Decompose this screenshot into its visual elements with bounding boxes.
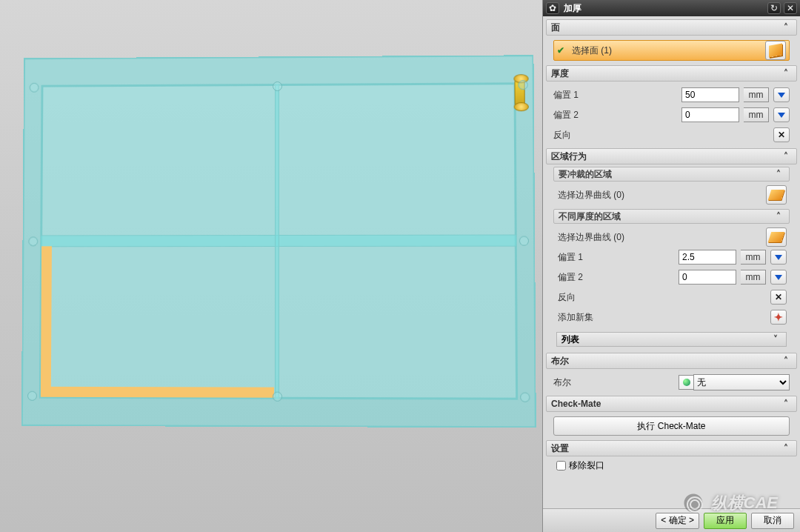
dialog-footer: < 确定 > 应用 取消 xyxy=(543,508,800,532)
diff-offset1-dropdown[interactable] xyxy=(770,250,787,265)
apply-button[interactable]: 应用 xyxy=(704,513,747,529)
offset2-label: 偏置 2 xyxy=(553,109,677,122)
section-boolean-label: 布尔 xyxy=(551,355,569,368)
section-settings[interactable]: 设置 ˄ xyxy=(546,440,797,456)
list-label: 列表 xyxy=(561,333,579,346)
select-curve-button[interactable] xyxy=(766,227,787,247)
select-curve-button[interactable] xyxy=(766,185,787,205)
section-thickness-label: 厚度 xyxy=(551,67,569,80)
diff-reverse-button[interactable]: ✕ xyxy=(770,290,787,305)
chevron-down-icon: ˅ xyxy=(770,333,781,345)
subsection-diff[interactable]: 不同厚度的区域 ˄ xyxy=(553,209,790,224)
run-checkmate-button[interactable]: 执行 Check-Mate xyxy=(553,416,790,436)
offset1-label: 偏置 1 xyxy=(553,89,677,102)
select-face-label: 选择面 (1) xyxy=(572,44,761,57)
dialog-titlebar[interactable]: ✿ 加厚 ↻ ✕ xyxy=(543,0,800,16)
offset2-dropdown[interactable] xyxy=(773,107,790,122)
boolean-select[interactable]: 无 xyxy=(693,374,790,390)
cube-icon xyxy=(769,43,782,57)
dropdown-icon xyxy=(775,255,782,260)
section-checkmate-label: Check-Mate xyxy=(551,399,601,409)
section-thickness[interactable]: 厚度 ˄ xyxy=(546,65,797,82)
diff-offset2-input[interactable] xyxy=(679,270,736,285)
chevron-up-icon: ˄ xyxy=(780,442,792,454)
reverse-button[interactable]: ✕ xyxy=(773,127,790,142)
plus-icon: ✦ xyxy=(774,311,783,323)
face-icon xyxy=(768,232,785,242)
diff-offset2-unit: mm xyxy=(741,270,766,285)
model[interactable] xyxy=(21,55,536,428)
offset1-dropdown[interactable] xyxy=(773,87,790,102)
offset2-unit: mm xyxy=(744,107,769,122)
cancel-button[interactable]: 取消 xyxy=(751,513,794,529)
remove-crack-label: 移除裂口 xyxy=(569,459,604,472)
chevron-up-icon: ˄ xyxy=(773,210,784,222)
subsection-diff-label: 不同厚度的区域 xyxy=(559,210,621,223)
dialog-title: 加厚 xyxy=(562,2,764,15)
chevron-up-icon: ˄ xyxy=(780,21,792,33)
offset2-input[interactable] xyxy=(681,107,739,122)
check-icon: ✔ xyxy=(557,45,564,56)
gear-icon[interactable]: ✿ xyxy=(546,2,559,14)
addset-button[interactable]: ✦ xyxy=(770,310,787,325)
cancel-label: 取消 xyxy=(764,514,781,527)
none-icon xyxy=(683,379,690,386)
run-checkmate-label: 执行 Check-Mate xyxy=(637,420,705,433)
thicken-dialog: ✿ 加厚 ↻ ✕ 面 ˄ ✔ 选择面 (1) 厚度 ˄ 偏置 1 mm xyxy=(542,0,800,532)
offset1-unit: mm xyxy=(744,87,769,102)
diff-select-curve-label: 选择边界曲线 (0) xyxy=(558,231,761,244)
chevron-up-icon: ˄ xyxy=(780,398,792,410)
dropdown-icon xyxy=(775,275,782,280)
remove-crack-checkbox[interactable] xyxy=(556,461,566,471)
face-icon xyxy=(768,190,785,200)
diff-select-curve-row[interactable]: 选择边界曲线 (0) xyxy=(558,228,787,246)
close-icon[interactable]: ✕ xyxy=(784,2,797,14)
diff-offset2-dropdown[interactable] xyxy=(770,270,787,285)
punch-select-curve-label: 选择边界曲线 (0) xyxy=(558,189,761,202)
section-settings-label: 设置 xyxy=(551,442,569,455)
section-checkmate[interactable]: Check-Mate ˄ xyxy=(546,396,797,412)
boolean-field-label: 布尔 xyxy=(553,376,674,389)
section-boolean[interactable]: 布尔 ˄ xyxy=(546,353,797,369)
subsection-punch[interactable]: 要冲裁的区域 ˄ xyxy=(553,167,790,182)
offset1-input[interactable] xyxy=(681,87,739,102)
swap-icon: ✕ xyxy=(775,292,782,302)
ok-label: < 确定 > xyxy=(661,514,694,527)
diff-reverse-label: 反向 xyxy=(558,291,766,304)
select-face-row[interactable]: ✔ 选择面 (1) xyxy=(553,40,790,61)
viewport-3d[interactable] xyxy=(0,0,541,532)
reverse-label: 反向 xyxy=(553,129,769,142)
section-region[interactable]: 区域行为 ˄ xyxy=(546,148,797,164)
punch-select-curve-row[interactable]: 选择边界曲线 (0) xyxy=(558,186,787,204)
boolean-icon xyxy=(679,375,693,390)
chevron-up-icon: ˄ xyxy=(780,355,792,367)
diff-offset2-label: 偏置 2 xyxy=(558,271,674,284)
diff-offset1-unit: mm xyxy=(741,250,766,265)
section-region-label: 区域行为 xyxy=(551,150,587,163)
model-divider xyxy=(275,84,279,399)
ok-button[interactable]: < 确定 > xyxy=(656,513,699,529)
apply-label: 应用 xyxy=(716,514,734,527)
chevron-up-icon: ˄ xyxy=(780,67,792,79)
diff-offset1-input[interactable] xyxy=(679,250,736,265)
addset-label: 添加新集 xyxy=(558,311,766,324)
reset-icon[interactable]: ↻ xyxy=(767,2,781,14)
section-face[interactable]: 面 ˄ xyxy=(546,19,797,36)
dropdown-icon xyxy=(778,93,785,98)
dropdown-icon xyxy=(778,113,785,118)
select-face-button[interactable] xyxy=(765,41,786,60)
diff-offset1-label: 偏置 1 xyxy=(558,251,674,264)
subsection-punch-label: 要冲裁的区域 xyxy=(559,168,612,181)
chevron-up-icon: ˄ xyxy=(780,150,792,162)
list-header[interactable]: 列表 ˅ xyxy=(556,332,787,347)
section-face-label: 面 xyxy=(551,21,560,34)
chevron-up-icon: ˄ xyxy=(773,168,784,180)
swap-icon: ✕ xyxy=(778,130,785,140)
